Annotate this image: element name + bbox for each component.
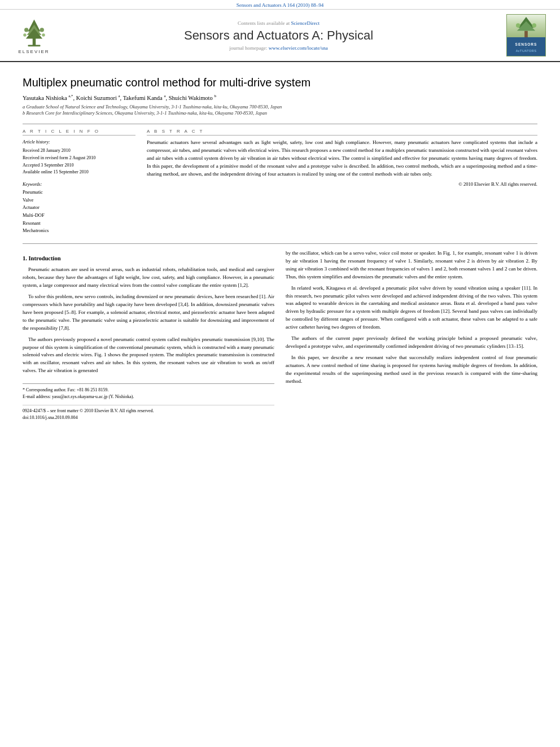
body-right-column: by the oscillator, which can be a servo … [286, 250, 537, 421]
body-left-column: 1. Introduction Pneumatic actuators are … [23, 250, 274, 421]
article-info-heading: A R T I C L E I N F O [23, 129, 135, 136]
section-divider [23, 243, 537, 244]
sciencedirect-url[interactable]: ScienceDirect [291, 20, 320, 26]
journal-title-block: Contents lists available at ScienceDirec… [56, 20, 501, 51]
svg-point-12 [516, 23, 520, 28]
divider [23, 124, 537, 124]
intro-para-3: The authors previously proposed a novel … [23, 336, 274, 375]
accepted-date: Accepted 3 September 2010 [23, 162, 135, 169]
footnote-corresponding: * Corresponding author. Fax: +81 86 251 … [23, 387, 274, 394]
elsevier-tree-icon [19, 17, 50, 48]
article-title: Multiplex pneumatic control method for m… [23, 76, 537, 89]
journal-reference-text: Sensors and Actuators A 164 (2010) 88–94 [237, 2, 324, 8]
svg-point-5 [24, 28, 28, 32]
right-para-1: by the oscillator, which can be a servo … [286, 250, 537, 281]
abstract-text: Pneumatic actuators have several advanta… [147, 139, 537, 178]
journal-homepage-url[interactable]: www.elsevier.com/locate/sna [269, 45, 328, 51]
info-abstract-section: A R T I C L E I N F O Article history: R… [23, 129, 537, 235]
affiliation-a: a Graduate School of Natural Science and… [23, 104, 537, 111]
article-history: Article history: Received 28 January 201… [23, 139, 135, 176]
footnote-email-label: E-mail address: [23, 394, 51, 399]
affiliations: a Graduate School of Natural Science and… [23, 104, 537, 117]
copyright-line: © 2010 Elsevier B.V. All rights reserved… [147, 181, 537, 187]
affiliation-b: b Research Core for Interdisciplinary Sc… [23, 110, 537, 117]
actuators-label: AcTUATORS [516, 49, 537, 53]
elsevier-logo: ELSEVIER [11, 17, 56, 54]
footnote-email-address: yasu@act.sys.okayama-u.ac.jp (Y. Nishiok… [52, 394, 134, 399]
intro-para-1: Pneumatic actuators are used in several … [23, 266, 274, 290]
revised-date: Received in revised form 2 August 2010 [23, 155, 135, 162]
sciencedirect-link: Contents lists available at ScienceDirec… [56, 20, 501, 26]
sensors-actuators-logo: SENSORS ··· AcTUATORS [506, 14, 549, 56]
available-date: Available online 15 September 2010 [23, 169, 135, 176]
keyword-resonant: Resonant [23, 220, 135, 228]
intro-para-2: To solve this problem, new servo control… [23, 293, 274, 333]
journal-homepage: journal homepage: www.elsevier.com/locat… [56, 45, 501, 51]
svg-point-13 [532, 23, 536, 28]
svg-rect-9 [524, 31, 528, 37]
svg-rect-1 [28, 45, 40, 46]
right-para-4: In this paper, we describe a new resonan… [286, 354, 537, 386]
authors-line: Yasutaka Nishioka a,*, Koichi Suzumori a… [23, 94, 537, 101]
right-para-2: In related work, Kitagawa et al. develop… [286, 285, 537, 332]
svg-point-8 [42, 33, 45, 36]
page-wrapper: Sensors and Actuators A 164 (2010) 88–94 [0, 0, 560, 433]
footnote-email: E-mail address: yasu@act.sys.okayama-u.a… [23, 394, 274, 400]
svg-point-7 [23, 33, 27, 36]
section-1-title: 1. Introduction [23, 254, 274, 263]
footnote-issn: 0924-4247/$ – see front matter © 2010 El… [23, 408, 274, 414]
svg-point-6 [40, 28, 43, 32]
article-body: 1. Introduction Pneumatic actuators are … [23, 250, 537, 421]
journal-name: Sensors and Actuators A: Physical [56, 28, 501, 43]
history-title: Article history: [23, 139, 135, 146]
keyword-pneumatic: Pneumatic [23, 189, 135, 196]
main-content: Multiplex pneumatic control method for m… [0, 62, 560, 433]
sensors-label: SENSORS [515, 42, 537, 46]
keywords-title: Keywords: [23, 182, 135, 187]
keyword-valve: Valve [23, 196, 135, 204]
keyword-multidof: Multi-DOF [23, 212, 135, 220]
right-para-3: The authors of the current paper previou… [286, 335, 537, 351]
journal-reference-bar: Sensors and Actuators A 164 (2010) 88–94 [0, 0, 560, 10]
footnote-doi: doi:10.1016/j.sna.2010.09.004 [23, 414, 274, 421]
keyword-mechatronics: Mechatronics [23, 227, 135, 235]
elsevier-label: ELSEVIER [18, 49, 49, 54]
footnote-area: * Corresponding author. Fax: +81 86 251 … [23, 383, 274, 421]
abstract-column: A B S T R A C T Pneumatic actuators have… [147, 129, 537, 235]
keyword-actuator: Actuator [23, 204, 135, 212]
article-info-column: A R T I C L E I N F O Article history: R… [23, 129, 135, 235]
received-date: Received 28 January 2010 [23, 147, 135, 155]
journal-header: ELSEVIER Contents lists available at Sci… [0, 10, 560, 62]
keywords-section: Keywords: Pneumatic Valve Actuator Multi… [23, 182, 135, 235]
sensors-tree-icon [512, 16, 540, 37]
abstract-heading: A B S T R A C T [147, 129, 537, 136]
